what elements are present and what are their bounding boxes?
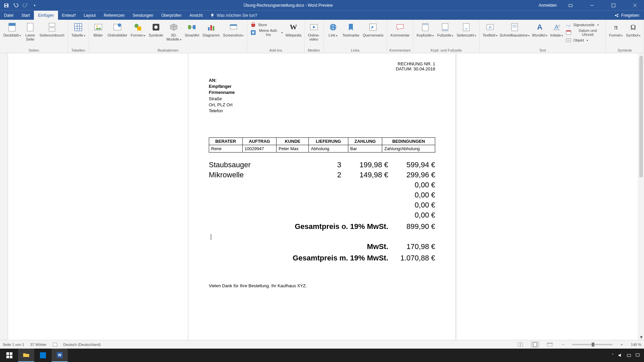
document-page[interactable]: RECHNUNG NR. 1 DATUM: 30.04.2018 AN: Emp… [189,53,455,340]
svg-point-22 [154,25,158,29]
redo-icon[interactable] [22,2,28,8]
tray-network-icon[interactable] [627,353,631,358]
minimize-button[interactable] [584,0,600,10]
svg-text:A: A [554,24,558,31]
tray-chevron-icon[interactable]: ˄ [612,353,614,358]
signin-link[interactable]: Anmelden [539,3,557,8]
tabelle-button[interactable]: Tabelle▾ [70,21,87,39]
zoom-in-button[interactable]: + [619,343,625,347]
wikipedia-button[interactable]: WWikipedia [285,21,302,38]
symbol-button[interactable]: ΩSymbol▾ [625,21,642,39]
svg-rect-64 [6,356,9,358]
svg-rect-20 [137,26,141,31]
status-language[interactable]: Deutsch (Deutschland) [63,343,101,347]
ribbon-display-options-icon[interactable] [563,0,578,10]
tab-start[interactable]: Start [17,11,34,20]
link-button[interactable]: Link▾ [326,21,340,39]
taskbar-app[interactable] [35,349,51,362]
formen-button[interactable]: Formen▾ [129,21,147,39]
status-words[interactable]: 37 Wörter [30,343,46,347]
zoom-level[interactable]: 140 % [631,343,641,347]
tab-entwurf[interactable]: Entwurf [58,11,80,20]
onlinevideo-button[interactable]: Online- video [307,21,321,42]
wordart-button[interactable]: AWordArt▾ [531,21,548,39]
tellme-search[interactable]: Was möchten Sie tun? [210,13,257,18]
querverweis-button[interactable]: Querverweis [361,21,385,38]
svg-rect-66 [40,352,46,358]
group-tabellen: Tabellen [70,48,87,53]
tab-sendungen[interactable]: Sendungen [129,11,157,20]
save-icon[interactable] [3,2,9,8]
tab-layout[interactable]: Layout [79,11,100,20]
initiale-button[interactable]: AInitiale▾ [549,21,564,39]
addr-empfaenger: Empfänger [209,83,435,89]
svg-rect-70 [636,354,639,356]
ribbon: Deckblatt▾ Leere Seite Seitenumbruch Sei… [0,20,644,53]
fusszeile-button[interactable]: Fußzeile▾ [436,21,454,39]
kommentar-button[interactable]: Kommentar [389,21,411,38]
seitenzahl-button[interactable]: #Seitenzahl▾ [455,21,477,39]
titlebar: ▾ Übung-Rechnungserstellung.docx - Word … [0,0,644,10]
objekt-button[interactable]: Objekt▾ [565,37,603,44]
undo-icon[interactable] [13,2,19,8]
qat-customize-icon[interactable]: ▾ [32,2,38,8]
textmarke-button[interactable]: Textmarke [341,21,361,38]
zoom-slider[interactable] [572,344,612,345]
3d-modelle-button[interactable]: 3D- Modelle▾ [165,21,183,43]
textfeld-button[interactable]: ATextfeld▾ [482,21,498,39]
deckblatt-button[interactable]: Deckblatt▾ [2,21,22,39]
store-button[interactable]: Store [249,21,284,28]
taskbar-file-explorer[interactable] [18,349,34,362]
view-print-layout[interactable] [531,341,539,348]
svg-rect-69 [627,354,631,357]
svg-rect-25 [208,27,210,31]
tab-referenzen[interactable]: Referenzen [100,11,128,20]
seitenumbruch-button[interactable]: Seitenumbruch [38,21,66,38]
tab-datei[interactable]: Datei [0,11,17,20]
group-illustrationen: Illustrationen [91,48,245,53]
sum-net-row: Gesamtpreis o. 19% MwSt.899,90 € [209,220,435,232]
tab-einfuegen[interactable]: Einfügen [34,11,58,20]
item-row: 0,00 € [209,180,435,190]
meta-data-row: Rene 10029947 Peter Max Abholung Bar Zah… [209,145,435,153]
thanks-text: Vielen Dank für Ihre Bestellung. Ihr Kau… [209,283,435,288]
view-read-mode[interactable] [516,341,525,348]
bilder-button[interactable]: Bilder [91,21,106,38]
svg-rect-40 [442,29,448,31]
leere-seite-button[interactable]: Leere Seite [23,21,38,42]
close-button[interactable] [627,0,643,10]
tray-notifications-icon[interactable] [635,353,640,358]
vertical-scrollbar[interactable]: ▴ ▾ [638,53,644,340]
datum-uhrzeit-button[interactable]: Datum und Uhrzeit [565,29,603,36]
tab-ansicht[interactable]: Ansicht [185,11,207,20]
invoice-number: RECHNUNG NR. 1 [209,61,435,66]
svg-rect-24 [193,25,196,29]
scroll-thumb[interactable] [639,57,643,177]
tab-ueberpruefen[interactable]: Überprüfen [157,11,185,20]
maximize-button[interactable] [606,0,621,10]
item-row: Staubsauger3199,98 €599,94 € [209,160,435,170]
svg-rect-8 [49,23,55,26]
scroll-down-icon[interactable]: ▾ [638,334,644,340]
signaturzeile-button[interactable]: Signaturzeile▾ [565,21,603,28]
formel-button[interactable]: πFormel▾ [608,21,624,39]
zoom-out-button[interactable]: − [560,343,566,347]
status-proofing-icon[interactable] [53,342,57,347]
tray-volume-icon[interactable] [618,353,623,358]
start-menu-button[interactable] [1,349,17,362]
kopfzeile-button[interactable]: Kopfzeile▾ [415,21,435,39]
view-web-layout[interactable] [545,341,554,348]
symbole-ico-button[interactable]: Symbole [147,21,164,38]
taskbar-word[interactable]: W [52,349,68,362]
diagramm-button[interactable]: Diagramm [201,21,221,38]
share-button[interactable]: Freigeben [610,13,644,18]
screenshot-button[interactable]: Screenshot▾ [222,21,245,39]
status-page[interactable]: Seite 1 von 1 [3,343,24,347]
window-title: Übung-Rechnungserstellung.docx - Word Pr… [38,3,539,8]
onlinebilder-button[interactable]: Onlinebilder [106,21,129,38]
group-links: Links [326,48,385,53]
meine-addins-button[interactable]: Meine Add-Ins▾ [249,29,284,36]
smartart-button[interactable]: SmartArt [183,21,201,38]
svg-text:W: W [58,353,62,357]
schnellbausteine-button[interactable]: Schnellbausteine▾ [499,21,531,39]
